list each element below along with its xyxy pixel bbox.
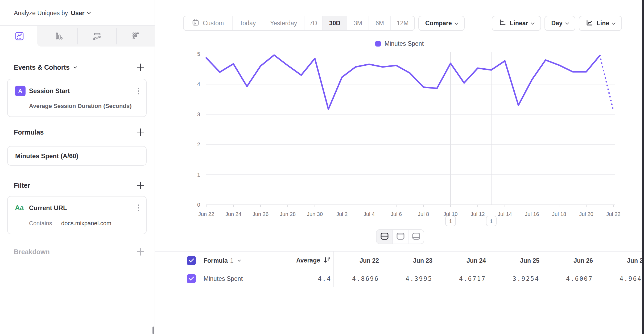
date-range-yesterday[interactable]: Yesterday — [263, 16, 304, 30]
scale-label: Linear — [510, 20, 528, 27]
x-axis-tick-label: Jul 2 — [336, 211, 348, 217]
table-only-icon — [412, 232, 420, 241]
average-label: Average — [296, 257, 320, 264]
series-line[interactable] — [206, 55, 600, 109]
interval-button[interactable]: Day — [544, 16, 575, 31]
date-range-label: Yesterday — [270, 20, 297, 27]
chevron-down-icon — [237, 258, 241, 262]
filter-value[interactable]: docs.mixpanel.com — [61, 220, 111, 227]
chevron-down-icon — [531, 21, 534, 24]
chart-type-button[interactable]: Line — [579, 16, 622, 31]
filter-condition[interactable]: Contains docs.mixpanel.com — [29, 220, 111, 227]
breakdown-section-header: Breakdown — [14, 247, 145, 257]
date-range-3m[interactable]: 3M — [347, 16, 369, 30]
tab-funnels[interactable] — [39, 26, 78, 47]
date-range-30d[interactable]: 30D — [322, 16, 347, 30]
add-formula-button[interactable] — [137, 128, 145, 136]
formula-header-dropdown[interactable]: Formula 1 — [204, 257, 240, 264]
filter-card-current-url[interactable]: Aa Current URL Contains docs.mixpanel.co… — [7, 196, 147, 234]
date-range-6m[interactable]: 6M — [369, 16, 390, 30]
chevron-down-icon[interactable] — [73, 65, 77, 69]
formula-card[interactable]: Minutes Spent (A/60) — [7, 146, 147, 166]
report-type-tabs — [0, 26, 155, 47]
analyze-label: Analyze Uniques by — [14, 10, 68, 17]
flows-icon — [92, 31, 102, 41]
retention-dots-icon — [130, 31, 141, 41]
chart-legend[interactable]: Minutes Spent — [375, 40, 424, 47]
date-column-header[interactable]: Jun 23 — [382, 257, 432, 264]
compare-label: Compare — [425, 20, 452, 27]
tab-insights[interactable] — [0, 26, 39, 47]
event-aggregation[interactable]: Average Session Duration (Seconds) — [29, 103, 132, 110]
event-options-kebab[interactable] — [136, 86, 141, 96]
date-column-header[interactable]: Jun 24 — [435, 257, 486, 264]
date-range-7d[interactable]: 7D — [304, 16, 322, 30]
y-axis-tick-label: 3 — [197, 111, 200, 117]
legend-label: Minutes Spent — [385, 40, 424, 47]
average-sort-header[interactable]: Average — [296, 256, 331, 265]
sidebar-scrollbar-thumb[interactable] — [152, 327, 154, 334]
x-axis-tick-label: Jul 8 — [418, 211, 429, 217]
filter-property-name: Current URL — [29, 204, 67, 212]
main-top-divider — [155, 3, 644, 3]
insights-line-chart-icon — [14, 31, 25, 41]
analyze-uniques-dropdown[interactable]: Analyze Uniques by User — [14, 6, 90, 20]
formulas-title: Formulas — [14, 128, 44, 136]
toggle-table-only[interactable] — [408, 230, 424, 244]
table-header-row: Formula 1 Average Jun 22Jun 23Jun 24Jun … — [155, 251, 644, 270]
calendar-icon — [192, 19, 199, 28]
formula-number: 1 — [230, 257, 234, 264]
tab-retention[interactable] — [116, 26, 155, 47]
cell-value: 4.6717 — [459, 275, 486, 282]
date-range-today[interactable]: Today — [232, 16, 263, 30]
add-breakdown-button[interactable] — [137, 248, 145, 256]
add-filter-button[interactable] — [137, 181, 145, 189]
cell-value: 4.3995 — [406, 275, 432, 282]
cell-value: 3.9254 — [513, 275, 539, 282]
table-cell: 4.6007 — [542, 275, 593, 282]
chart-type-label: Line — [597, 20, 609, 27]
x-axis-tick-label: Jul 22 — [606, 211, 620, 217]
x-axis-tick-label: Jun 28 — [280, 211, 296, 217]
x-axis-tick-label: Jul 18 — [552, 211, 566, 217]
analyze-value: User — [71, 10, 84, 17]
filter-operator[interactable]: Contains — [29, 220, 52, 227]
series-line-incomplete[interactable] — [600, 56, 613, 111]
table-data-row[interactable]: Minutes Spent 4.4 4.86964.39954.67173.92… — [155, 271, 644, 287]
sidebar-top-divider — [0, 3, 155, 3]
select-all-checkbox[interactable] — [187, 256, 196, 265]
page-scrollbar[interactable] — [642, 0, 644, 334]
table-cell: 4.9640 — [596, 275, 644, 282]
toggle-split-view[interactable] — [377, 230, 392, 244]
x-axis-tick-label: Jun 30 — [307, 211, 323, 217]
chevron-down-icon — [455, 21, 458, 24]
annotation-badge-count: 1 — [449, 218, 452, 224]
events-cohorts-title: Events & Cohorts — [14, 64, 70, 71]
date-column-header[interactable]: Jun 22 — [328, 257, 379, 264]
add-event-button[interactable] — [137, 63, 145, 71]
formula-expression: Minutes Spent (A/60) — [15, 147, 78, 166]
filter-section-header: Filter — [14, 180, 145, 190]
date-column-header[interactable]: Jun 25 — [489, 257, 539, 264]
date-column-header[interactable]: Jun 26 — [542, 257, 593, 264]
formula-label: Formula — [204, 257, 228, 264]
chevron-down-icon — [565, 21, 569, 24]
table-cell: 4.3995 — [382, 275, 432, 282]
tab-flows[interactable] — [78, 26, 117, 47]
table-cell: 4.6717 — [435, 275, 486, 282]
series-row-label: Minutes Spent — [204, 275, 243, 282]
table-cell: 3.9254 — [489, 275, 539, 282]
date-range-12m[interactable]: 12M — [390, 16, 414, 30]
toggle-chart-only[interactable] — [392, 230, 408, 244]
scale-button[interactable]: Linear — [492, 16, 541, 31]
event-card-session-start[interactable]: A Session Start Average Session Duration… — [7, 79, 147, 117]
compare-button[interactable]: Compare — [418, 16, 465, 31]
date-range-label: 6M — [375, 20, 384, 27]
date-column-header[interactable]: Jun 27 — [596, 257, 644, 264]
series-checkbox[interactable] — [187, 274, 196, 283]
x-axis-tick-label: Jun 22 — [198, 211, 214, 217]
date-range-custom[interactable]: Custom — [184, 16, 232, 30]
filter-options-kebab[interactable] — [136, 203, 141, 213]
filter-title: Filter — [14, 182, 30, 189]
table-cell: 4.8696 — [328, 275, 379, 282]
